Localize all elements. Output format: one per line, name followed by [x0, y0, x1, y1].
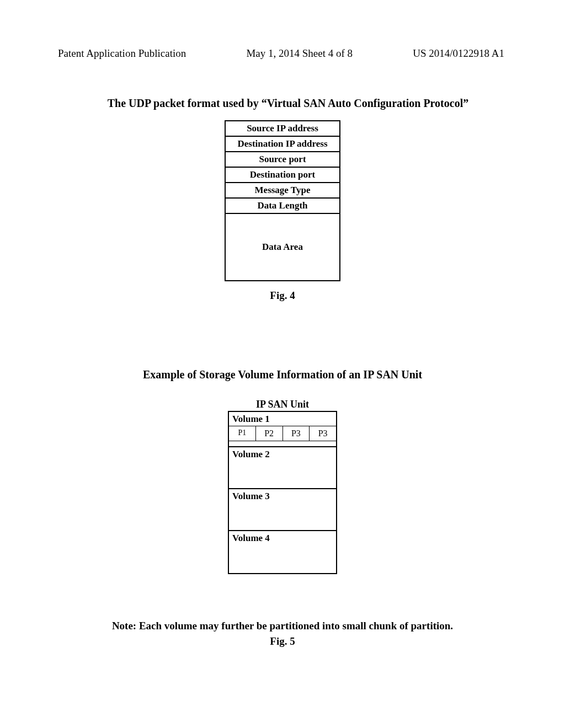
volume-1-label: Volume 1	[229, 412, 336, 425]
fig4-title: The UDP packet format used by “Virtual S…	[0, 97, 565, 110]
volume-4-label: Volume 4	[229, 531, 336, 544]
fig5-caption: Fig. 5	[0, 635, 565, 647]
partition-p3b: P3	[310, 426, 336, 441]
packet-row-dest-port: Destination port	[226, 168, 339, 183]
fig5-note: Note: Each volume may further be partiti…	[0, 620, 565, 632]
header-center: May 1, 2014 Sheet 4 of 8	[246, 47, 353, 60]
volume-2-label: Volume 2	[229, 447, 336, 460]
ipsan-unit-label: IP SAN Unit	[0, 399, 565, 410]
partition-p3: P3	[283, 426, 310, 441]
volume-1: Volume 1 P1 P2 P3 P3	[229, 412, 336, 447]
volume-3: Volume 3	[229, 489, 336, 531]
volume-1-spacer	[229, 441, 336, 446]
header-left: Patent Application Publication	[58, 47, 186, 60]
packet-format-table: Source IP address Destination IP address…	[225, 120, 340, 281]
header-right: US 2014/0122918 A1	[413, 47, 504, 60]
fig5-title: Example of Storage Volume Information of…	[0, 368, 565, 381]
partition-p2: P2	[256, 426, 283, 441]
volume-2: Volume 2	[229, 447, 336, 489]
page-header: Patent Application Publication May 1, 20…	[0, 47, 565, 60]
packet-row-data-length: Data Length	[226, 199, 339, 214]
packet-row-source-port: Source port	[226, 152, 339, 168]
volume-3-label: Volume 3	[229, 489, 336, 502]
volume-4: Volume 4	[229, 531, 336, 573]
packet-row-data-area: Data Area	[226, 214, 339, 280]
packet-row-message-type: Message Type	[226, 183, 339, 199]
fig4-caption: Fig. 4	[0, 290, 565, 302]
ipsan-unit-table: Volume 1 P1 P2 P3 P3 Volume 2 Volume 3 V…	[228, 411, 337, 574]
packet-row-dest-ip: Destination IP address	[226, 137, 339, 152]
partition-p1: P1	[229, 426, 256, 441]
packet-row-source-ip: Source IP address	[226, 121, 339, 137]
volume-1-partitions: P1 P2 P3 P3	[229, 426, 336, 441]
